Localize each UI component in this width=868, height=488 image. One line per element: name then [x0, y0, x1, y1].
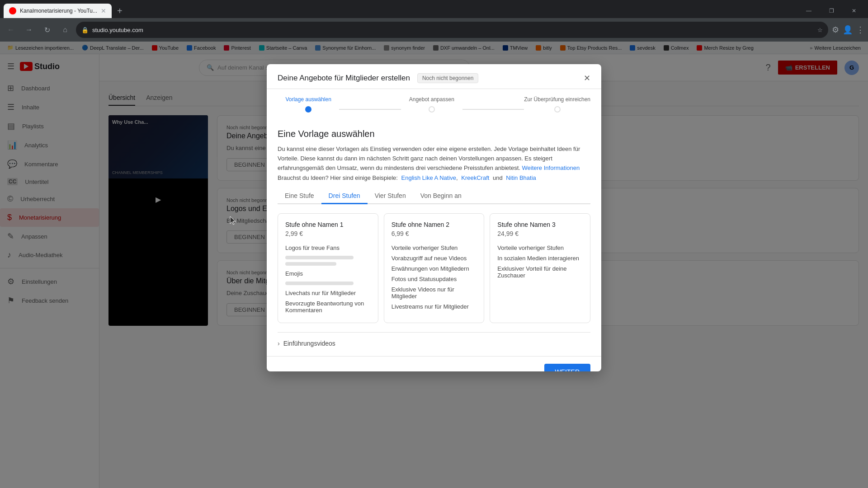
tab-drei-stufen[interactable]: Drei Stufen [321, 188, 368, 204]
tier-1-feature-emojis: Emojis [285, 268, 371, 279]
forward-button[interactable]: → [22, 23, 36, 37]
step-label-angebot: Angebot anpassen [409, 96, 454, 103]
example-link-3[interactable]: Nitin Bhatia [506, 174, 536, 181]
step-connector-2 [462, 109, 524, 110]
modal: Deine Angebote für Mitglieder erstellen … [267, 64, 601, 371]
tier-1-price: 2,99 € [285, 230, 371, 237]
tier-2-feature-fotos: Fotos und Statusupdates [392, 274, 477, 284]
example-link-1[interactable]: English Like A Native [401, 174, 456, 181]
tier-2-feature-exklusive-videos: Exklusive Videos nur für Mitglieder [392, 284, 477, 301]
template-tabs: Eine Stufe Drei Stufen Vier Stufen Von B… [278, 188, 590, 204]
tier-1-placeholder-2 [285, 262, 336, 266]
tier-2-feature-erwaehnungen: Erwähnungen von Mitgliedern [392, 263, 477, 274]
tier-3-feature-soziale-medien: In sozialen Medien interagieren [497, 253, 583, 263]
extensions-icon[interactable]: ⚙ [832, 25, 839, 35]
einfuhrungsvideos-section[interactable]: › Einführungsvideos [278, 332, 590, 347]
tier-1-name: Stufe ohne Namen 1 [285, 221, 371, 228]
home-button[interactable]: ⌂ [58, 23, 72, 37]
tab-vier-stufen[interactable]: Vier Stufen [368, 188, 413, 204]
step-dot-vorlage [305, 106, 311, 113]
tier-2-feature-vorabzugriff: Vorabzugriff auf neue Videos [392, 253, 477, 263]
modal-body: Eine Vorlage auswählen Du kannst eine di… [267, 120, 601, 356]
security-icon: 🔒 [81, 27, 89, 33]
tier-1-feature-livechats: Livechats nur für Mitglieder [285, 288, 371, 298]
tier-cards: Stufe ohne Namen 1 2,99 € Logos für treu… [278, 213, 590, 323]
weiter-button[interactable]: WEITER [544, 364, 590, 371]
step-dot-einreichen [554, 106, 561, 113]
close-button[interactable]: ✕ [844, 4, 864, 18]
tier-1-feature-beantwortung: Bevorzugte Beantwortung von Kommentaren [285, 298, 371, 315]
profile-icon[interactable]: 👤 [843, 25, 853, 35]
back-button[interactable]: ← [4, 23, 18, 37]
modal-description: Du kannst eine dieser Vorlagen als Einst… [278, 145, 590, 173]
minimize-button[interactable]: — [798, 4, 819, 18]
einfuhrungsvideos-label: Einführungsvideos [283, 340, 335, 347]
tier-2-feature-vorteile: Vorteile vorheriger Stufen [392, 243, 477, 253]
tier-3-feature-vorteile: Vorteile vorheriger Stufen [497, 243, 583, 253]
example-link-2[interactable]: KreekCraft [461, 174, 489, 181]
tier-2-feature-livestreams: Livestreams nur für Mitglieder [392, 301, 477, 312]
bookmark-star-icon[interactable]: ☆ [817, 27, 823, 33]
tier-3-price: 24,99 € [497, 230, 583, 237]
tab-close-icon[interactable]: ✕ [101, 7, 106, 14]
more-info-link[interactable]: Weitere Informationen [522, 164, 580, 171]
step-dot-angebot [429, 106, 435, 113]
tier-card-2: Stufe ohne Namen 2 6,99 € Vorteile vorhe… [384, 213, 485, 323]
tier-3-feature-exklusiver-vorteil: Exklusiver Vorteil für deine Zuschauer [497, 263, 583, 281]
new-tab-button[interactable]: + [113, 4, 126, 18]
browser-tab[interactable]: Kanalmonetarisierung - YouTu... ✕ [4, 4, 112, 18]
chevron-down-icon: › [278, 340, 280, 347]
reload-button[interactable]: ↻ [40, 23, 54, 37]
tab-title: Kanalmonetarisierung - YouTu... [20, 8, 97, 14]
modal-close-button[interactable]: ✕ [584, 73, 590, 83]
restore-button[interactable]: ❐ [821, 4, 842, 18]
tier-3-name: Stufe ohne Namen 3 [497, 221, 583, 228]
tier-2-price: 6,99 € [392, 230, 477, 237]
address-text: studio.youtube.com [92, 27, 814, 33]
tab-eine-stufe[interactable]: Eine Stufe [278, 188, 321, 204]
tab-favicon [9, 7, 16, 14]
modal-overlay: Deine Angebote für Mitglieder erstellen … [0, 42, 868, 488]
modal-title: Deine Angebote für Mitglieder erstellen [278, 74, 410, 83]
window-controls: — ❐ ✕ [798, 4, 864, 18]
modal-badge: Noch nicht begonnen [417, 73, 478, 83]
tier-card-1: Stufe ohne Namen 1 2,99 € Logos für treu… [278, 213, 378, 323]
step-label-vorlage: Vorlage auswählen [285, 96, 331, 103]
tier-card-3: Stufe ohne Namen 3 24,99 € Vorteile vorh… [490, 213, 590, 323]
tab-von-beginn[interactable]: Von Beginn an [413, 188, 469, 204]
step-label-einreichen: Zur Überprüfung einreichen [524, 96, 590, 103]
modal-section-title: Eine Vorlage auswählen [278, 129, 590, 139]
address-bar[interactable]: 🔒 studio.youtube.com ☆ [76, 22, 828, 38]
examples-row: Brauchst du Ideen? Hier sind einige Beis… [278, 174, 590, 181]
tier-2-name: Stufe ohne Namen 2 [392, 221, 477, 228]
step-connector-1 [339, 109, 401, 110]
tier-1-placeholder-3 [285, 282, 354, 285]
tier-1-placeholder-1 [285, 256, 354, 259]
tier-1-feature-logos: Logos für treue Fans [285, 243, 371, 253]
more-icon[interactable]: ⋮ [856, 25, 864, 35]
cursor-arrow [228, 216, 237, 228]
modal-footer: WEITER [267, 356, 601, 371]
